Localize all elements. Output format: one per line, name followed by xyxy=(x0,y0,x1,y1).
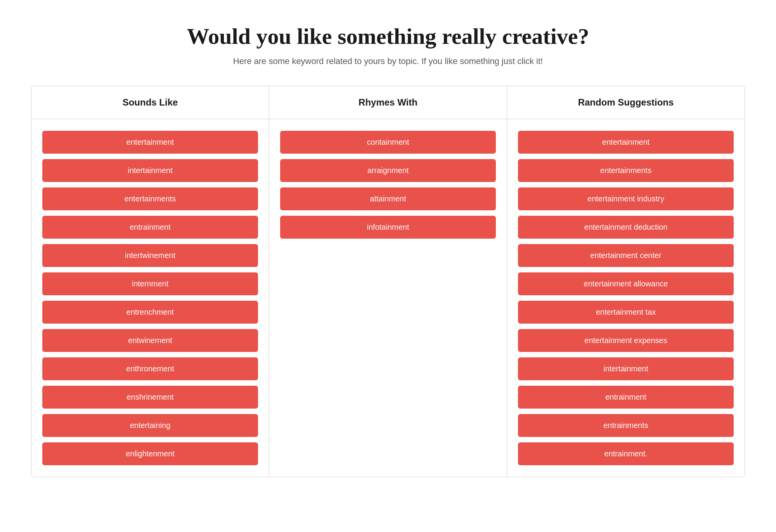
page-title: Would you like something really creative… xyxy=(31,23,745,49)
keyword-btn-sounds-like-7[interactable]: entwinement xyxy=(42,329,258,352)
column-body-sounds-like: entertainmentintertainmententertainments… xyxy=(31,119,269,477)
keyword-btn-sounds-like-3[interactable]: entrainment xyxy=(42,216,258,239)
keyword-btn-random-suggestions-8[interactable]: intertainment xyxy=(518,357,734,380)
keyword-btn-random-suggestions-7[interactable]: entertainment expenses xyxy=(518,329,734,352)
keyword-btn-sounds-like-1[interactable]: intertainment xyxy=(42,159,258,182)
keyword-btn-random-suggestions-3[interactable]: entertainment deduction xyxy=(518,216,734,239)
keyword-btn-sounds-like-6[interactable]: entrenchment xyxy=(42,301,258,324)
keyword-btn-random-suggestions-4[interactable]: entertainment center xyxy=(518,244,734,267)
keyword-btn-random-suggestions-9[interactable]: entrainment xyxy=(518,386,734,409)
keyword-btn-random-suggestions-2[interactable]: entertainment industry xyxy=(518,187,734,210)
keyword-btn-rhymes-with-1[interactable]: arraignment xyxy=(280,159,496,182)
keyword-btn-random-suggestions-5[interactable]: entertainment allowance xyxy=(518,272,734,295)
column-random-suggestions: Random Suggestionsentertainmententertain… xyxy=(507,86,745,477)
keyword-btn-sounds-like-4[interactable]: intertwinement xyxy=(42,244,258,267)
keyword-btn-random-suggestions-0[interactable]: entertainment xyxy=(518,131,734,154)
keyword-btn-random-suggestions-6[interactable]: entertainment tax xyxy=(518,301,734,324)
keyword-btn-rhymes-with-2[interactable]: attainment xyxy=(280,187,496,210)
keyword-btn-random-suggestions-10[interactable]: entrainments xyxy=(518,414,734,437)
keyword-btn-sounds-like-5[interactable]: internment xyxy=(42,272,258,295)
keyword-btn-sounds-like-0[interactable]: entertainment xyxy=(42,131,258,154)
page-header: Would you like something really creative… xyxy=(31,23,745,66)
keyword-btn-sounds-like-9[interactable]: enshrinement xyxy=(42,386,258,409)
keyword-btn-sounds-like-10[interactable]: entertaining xyxy=(42,414,258,437)
keyword-btn-sounds-like-8[interactable]: enthronement xyxy=(42,357,258,380)
columns-container: Sounds Likeentertainmentintertainmentent… xyxy=(31,86,745,477)
column-rhymes-with: Rhymes Withcontainmentarraignmentattainm… xyxy=(269,86,507,477)
keyword-btn-rhymes-with-3[interactable]: infotainment xyxy=(280,216,496,239)
column-body-rhymes-with: containmentarraignmentattainmentinfotain… xyxy=(269,119,507,250)
keyword-btn-random-suggestions-11[interactable]: entrainment. xyxy=(518,442,734,465)
column-body-random-suggestions: entertainmententertainmentsentertainment… xyxy=(507,119,745,477)
column-header-rhymes-with: Rhymes With xyxy=(269,86,507,119)
column-sounds-like: Sounds Likeentertainmentintertainmentent… xyxy=(31,86,269,477)
keyword-btn-sounds-like-2[interactable]: entertainments xyxy=(42,187,258,210)
keyword-btn-random-suggestions-1[interactable]: entertainments xyxy=(518,159,734,182)
keyword-btn-rhymes-with-0[interactable]: containment xyxy=(280,131,496,154)
column-header-sounds-like: Sounds Like xyxy=(31,86,269,119)
keyword-btn-sounds-like-11[interactable]: enlightenment xyxy=(42,442,258,465)
page-subtitle: Here are some keyword related to yours b… xyxy=(31,56,745,66)
column-header-random-suggestions: Random Suggestions xyxy=(507,86,745,119)
